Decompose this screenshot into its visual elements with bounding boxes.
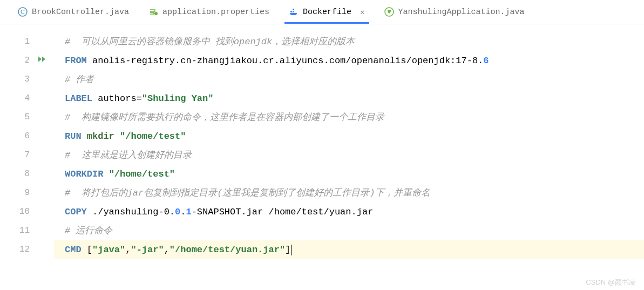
svg-rect-3 [290,11,292,12]
editor: 1 2 3 4 5 6 7 8 9 10 11 12 # 可以从阿里云的容器镜像… [0,24,644,290]
tab-brook-controller[interactable]: C BrookController.java [8,0,139,24]
line-number: 10 [0,203,54,221]
code-line: FROM anolis-registry.cn-zhangjiakou.cr.a… [54,51,644,70]
tab-dockerfile[interactable]: Dockerfile ✕ [279,0,374,24]
code-line: RUN mkdir "/home/test" [54,127,644,146]
line-number: 3 [0,70,54,89]
tab-label: BrookController.java [32,8,129,17]
tab-yanshuling-app[interactable]: YanshulingApplication.java [375,0,534,24]
tabs-bar: C BrookController.java application.prope… [0,0,644,24]
tab-label: application.properties [162,8,269,17]
class-icon: C [18,7,28,17]
tab-label: YanshulingApplication.java [398,8,525,17]
gutter: 1 2 3 4 5 6 7 8 9 10 11 12 [0,24,54,290]
code-line: # 可以从阿里云的容器镜像服务中 找到openjdk，选择相对应的版本 [54,32,644,51]
line-number: 7 [0,146,54,165]
svg-rect-5 [293,9,294,10]
code-line-current: CMD ["java","-jar","/home/test/yuan.jar"… [54,240,644,259]
text-cursor [291,245,292,255]
line-number: 9 [0,184,54,203]
svg-point-2 [154,12,158,15]
line-number: 5 [0,108,54,127]
code-area[interactable]: # 可以从阿里云的容器镜像服务中 找到openjdk，选择相对应的版本 FROM… [54,24,644,290]
code-line: COPY ./yanshuling-0.0.1-SNAPSHOT.jar /ho… [54,203,644,221]
watermark: CSDN @颜书凌 [586,278,636,287]
close-icon[interactable]: ✕ [360,8,364,17]
line-number: 11 [0,221,54,240]
line-number: 6 [0,127,54,146]
svg-text:C: C [21,9,25,15]
code-line: WORKDIR "/home/test" [54,165,644,184]
code-line: LABEL authors="Shuling Yan" [54,89,644,108]
run-icon[interactable] [38,51,48,70]
tab-app-properties[interactable]: application.properties [139,0,279,24]
svg-rect-4 [293,11,294,12]
spring-config-icon [148,7,158,17]
line-number: 1 [0,32,54,51]
code-line: # 这里就是进入创建好的目录 [54,146,644,165]
line-number: 8 [0,165,54,184]
code-line: # 运行命令 [54,221,644,240]
docker-icon [289,7,299,17]
code-line: # 将打包后的jar包复制到指定目录(这里我是复制到了创建好的工作目录)下，并重… [54,184,644,203]
line-number: 12 [0,240,54,259]
tab-label: Dockerfile [303,8,351,17]
code-line: # 构建镜像时所需要执行的命令，这里作者是在容器内部创建了一个工作目录 [54,108,644,127]
code-line: # 作者 [54,70,644,89]
spring-app-icon [384,7,394,17]
line-number: 2 [0,51,54,70]
line-number: 4 [0,89,54,108]
